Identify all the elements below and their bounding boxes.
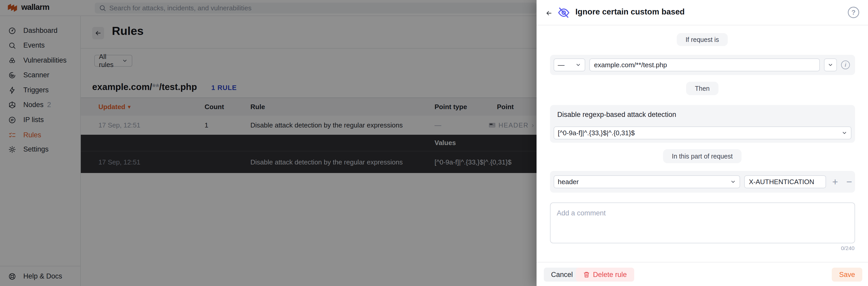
- action-title: Disable regexp-based attack detection: [557, 111, 676, 119]
- remove-part-button[interactable]: −: [844, 177, 854, 187]
- comment-textarea[interactable]: [550, 203, 855, 243]
- regex-select[interactable]: [^0-9a-f]|^.{33,}$|^.{0,31}$: [554, 127, 851, 139]
- cancel-button[interactable]: Cancel: [544, 267, 580, 282]
- rule-editor-panel: Ignore certain custom based ? If request…: [536, 0, 868, 286]
- arrow-left-icon: [545, 9, 553, 17]
- panel-title: Ignore certain custom based: [576, 7, 685, 16]
- panel-back-button[interactable]: [543, 7, 555, 19]
- if-request-is-pill: If request is: [677, 33, 727, 46]
- in-this-part-pill: In this part of request: [663, 149, 742, 163]
- request-part-row: header + −: [550, 171, 855, 193]
- selected-value: [^0-9a-f]|^.{33,}$|^.{0,31}$: [558, 129, 635, 137]
- panel-header: Ignore certain custom based ?: [536, 0, 868, 25]
- trash-icon: [583, 271, 590, 278]
- condition-uri-input[interactable]: [589, 59, 820, 71]
- selected-value: —: [558, 61, 564, 69]
- chevron-down-icon: [576, 62, 581, 68]
- part-type-select[interactable]: header: [554, 175, 740, 188]
- condition-mode-select[interactable]: —: [554, 59, 585, 71]
- save-button[interactable]: Save: [832, 267, 862, 282]
- button-label: Save: [839, 271, 855, 279]
- delete-rule-button[interactable]: Delete rule: [576, 267, 634, 282]
- chevron-down-icon: [730, 179, 736, 185]
- add-part-button[interactable]: +: [830, 177, 840, 187]
- button-label: Cancel: [551, 271, 573, 279]
- comment-char-counter: 0/240: [841, 245, 855, 251]
- chevron-down-icon: [842, 130, 847, 136]
- chevron-down-icon: [828, 62, 833, 68]
- button-label: Delete rule: [593, 271, 627, 279]
- eye-off-icon: [557, 6, 570, 19]
- selected-value: header: [558, 178, 579, 186]
- app-screen: wallarm Dashboard Events Vulnerabilities…: [0, 0, 868, 286]
- info-icon[interactable]: i: [841, 61, 850, 69]
- condition-extra-select[interactable]: [824, 59, 837, 71]
- help-icon[interactable]: ?: [848, 7, 859, 18]
- panel-footer: Cancel Delete rule Save: [536, 262, 868, 286]
- condition-row: — i: [550, 55, 855, 75]
- then-pill: Then: [686, 82, 719, 95]
- action-card: Disable regexp-based attack detection [^…: [550, 105, 855, 143]
- part-name-input[interactable]: [744, 175, 826, 188]
